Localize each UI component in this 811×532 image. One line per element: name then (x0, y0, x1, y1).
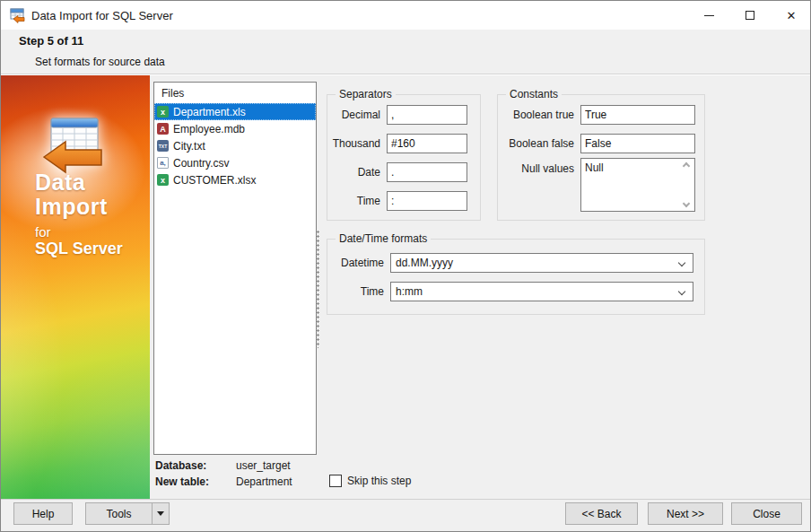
tools-dropdown-button[interactable] (152, 502, 170, 525)
close-button[interactable]: ✕ (776, 4, 807, 26)
null-values-label: Null values (498, 158, 580, 212)
branding-panel: Data Import for SQL Server (1, 75, 150, 499)
null-values-textarea[interactable]: Null (580, 158, 695, 212)
step-indicator: Step 5 of 11 (19, 34, 83, 48)
boolean-true-label: Boolean true (498, 109, 580, 121)
time-format-combobox[interactable]: h:mm (390, 282, 693, 301)
minimize-icon (704, 15, 714, 16)
thousand-separator-input[interactable] (387, 134, 467, 153)
maximize-button[interactable] (735, 4, 765, 26)
thousand-separator-label: Thousand (327, 137, 387, 150)
time-separator-input[interactable] (387, 191, 467, 211)
file-label: CUSTOMER.xlsx (173, 174, 256, 187)
data-import-wizard-window: { "window": { "title": "Data Import for … (0, 0, 811, 532)
boolean-true-input[interactable] (580, 105, 695, 125)
list-item-city-txt[interactable]: TXT City.txt (154, 137, 316, 154)
boolean-false-input[interactable] (580, 134, 695, 153)
csv-file-icon: a, (157, 157, 169, 169)
list-item-employee-mdb[interactable]: A Employee.mdb (154, 120, 316, 137)
close-icon: ✕ (787, 10, 797, 22)
datetime-format-value: dd.MM.yyyy (396, 257, 453, 269)
new-table-value: Department (236, 475, 292, 488)
constants-group-title: Constants (506, 88, 562, 100)
datetime-formats-group-title: Date/Time formats (336, 232, 431, 245)
text-file-icon: TXT (157, 140, 169, 152)
database-label: Database: (155, 459, 206, 472)
skip-step-option[interactable]: Skip this step (329, 475, 411, 487)
date-separator-input[interactable] (387, 162, 467, 182)
decimal-separator-input[interactable] (387, 105, 467, 125)
dropdown-arrow-icon (157, 511, 164, 516)
window-title: Data Import for SQL Server (31, 9, 173, 22)
files-list-title: Files (154, 83, 316, 103)
boolean-false-label: Boolean false (498, 137, 580, 150)
access-file-icon: A (157, 123, 169, 135)
panel-splitter-handle[interactable] (316, 230, 321, 348)
file-label: Employee.mdb (173, 123, 245, 135)
datetime-formats-group: Date/Time formats Datetime dd.MM.yyyy Ti… (327, 239, 705, 315)
time-format-value: h:mm (396, 285, 423, 298)
list-item-customer-xlsx[interactable]: x CUSTOMER.xlsx (154, 171, 316, 188)
datetime-format-label: Datetime (327, 257, 390, 269)
time-format-label: Time (327, 285, 390, 298)
list-item-country-csv[interactable]: a, Country.csv (154, 154, 316, 171)
skip-step-label: Skip this step (347, 475, 411, 487)
close-wizard-button[interactable]: Close (731, 502, 802, 525)
chevron-down-icon (678, 259, 685, 266)
brand-line-import: Import (35, 195, 123, 219)
tools-button[interactable]: Tools (85, 502, 153, 525)
maximize-icon (746, 11, 754, 20)
decimal-separator-label: Decimal (327, 109, 387, 121)
back-button[interactable]: << Back (565, 502, 638, 525)
help-button[interactable]: Help (13, 502, 73, 525)
scroll-up-icon[interactable] (683, 162, 690, 170)
datetime-format-combobox[interactable]: dd.MM.yyyy (390, 253, 693, 273)
chevron-down-icon (678, 288, 685, 295)
date-separator-label: Date (327, 166, 387, 179)
skip-step-checkbox[interactable] (329, 475, 342, 487)
brand-line-data: Data (35, 170, 123, 195)
excel-file-icon: x (157, 106, 169, 118)
database-info-row: Database: user_target (155, 459, 326, 474)
separators-group: Separators Decimal Thousand Date Time (327, 94, 481, 221)
new-table-info-row: New table: Department (155, 475, 326, 490)
file-label: Department.xls (173, 106, 246, 118)
app-icon (10, 7, 26, 23)
excel-file-icon: x (157, 174, 169, 186)
step-description: Set formats for source data (35, 56, 165, 68)
file-label: City.txt (173, 140, 205, 153)
brand-line-for: for (35, 224, 123, 240)
files-list-panel: Files x Department.xls A Employee.mdb TX… (153, 82, 317, 455)
scroll-down-icon[interactable] (683, 200, 690, 207)
data-import-logo-icon (40, 117, 109, 176)
file-label: Country.csv (173, 157, 229, 170)
time-separator-label: Time (327, 195, 387, 207)
list-item-department-xls[interactable]: x Department.xls (154, 103, 316, 120)
minimize-button[interactable] (693, 4, 724, 26)
next-button[interactable]: Next >> (648, 502, 723, 525)
separators-group-title: Separators (336, 88, 396, 100)
database-value: user_target (236, 459, 291, 472)
new-table-label: New table: (155, 475, 209, 488)
null-values-text: Null (585, 161, 604, 174)
null-values-scrollbar[interactable] (680, 160, 693, 210)
title-bar: Data Import for SQL Server ✕ (1, 1, 810, 30)
brand-wordmark: Data Import for SQL Server (35, 170, 123, 258)
brand-line-product: SQL Server (35, 240, 123, 258)
constants-group: Constants Boolean true Boolean false Nul… (497, 94, 705, 221)
